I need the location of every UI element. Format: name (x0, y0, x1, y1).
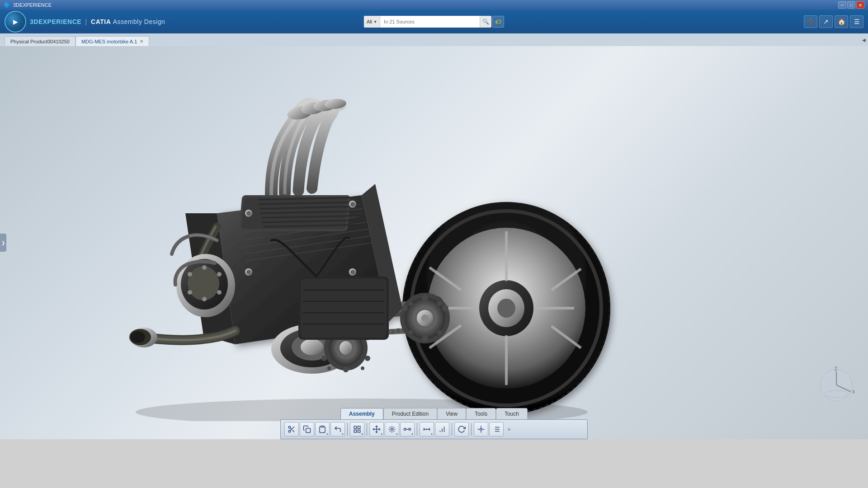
svg-point-48 (421, 314, 429, 322)
search-filter-dropdown[interactable]: All ▼ (364, 16, 380, 28)
snap-button[interactable] (350, 422, 364, 436)
add-button[interactable]: ➕ (804, 15, 817, 28)
svg-point-38 (422, 295, 428, 301)
copy-button[interactable] (300, 422, 314, 436)
svg-point-41 (442, 305, 448, 311)
svg-point-83 (188, 272, 192, 277)
svg-point-82 (188, 266, 219, 300)
svg-point-134 (409, 428, 411, 431)
tab-motorbike[interactable]: MDG-MES motorbike A.1 ✕ (75, 36, 149, 46)
compass-button[interactable] (5, 11, 26, 33)
svg-point-120 (288, 430, 291, 432)
toolbar-tabs: Assembly Product Edition View Tools Touc… (340, 408, 528, 419)
svg-point-69 (365, 356, 370, 361)
svg-point-44 (408, 330, 413, 335)
svg-point-45 (437, 330, 442, 335)
move-button[interactable] (369, 422, 384, 436)
svg-rect-129 (354, 430, 356, 432)
svg-point-73 (361, 366, 364, 370)
svg-point-106 (131, 331, 145, 343)
paste-button[interactable] (315, 422, 330, 436)
bottom-toolbar: Assembly Product Edition View Tools Touc… (0, 401, 868, 439)
svg-rect-125 (321, 426, 324, 427)
svg-point-114 (350, 270, 355, 274)
titlebar-right: ─ □ ✕ (838, 1, 864, 9)
tab-touch[interactable]: Touch (496, 408, 528, 419)
svg-rect-31 (391, 329, 395, 334)
svg-rect-124 (306, 428, 311, 433)
tab-product-edition[interactable]: Product Edition (383, 408, 437, 419)
toolbar-buttons: » (280, 419, 588, 439)
search-box: All ▼ 🔍 (364, 16, 491, 28)
analysis-button[interactable] (435, 422, 449, 436)
svg-point-39 (422, 335, 428, 342)
svg-point-143 (480, 428, 482, 431)
app-icon: 🔷 (4, 2, 10, 8)
bom-button[interactable] (489, 422, 504, 436)
tab-bar: Physical Product00410250 MDG-MES motorbi… (0, 33, 868, 46)
scissors-button[interactable] (284, 422, 299, 436)
settings-button[interactable]: ☰ (850, 15, 863, 28)
svg-rect-126 (354, 426, 356, 428)
svg-point-108 (246, 211, 251, 216)
update-button[interactable] (454, 422, 469, 436)
catia-label: CATIA (91, 18, 111, 25)
title-text: 3DEXPERIENCE (13, 2, 52, 8)
logo-area: 3DEXPERIENCE | CATIA Assembly Design (5, 11, 165, 33)
header: 3DEXPERIENCE | CATIA Assembly Design All… (0, 10, 868, 33)
svg-point-110 (350, 202, 355, 206)
module-label: Assembly Design (113, 18, 165, 25)
search-button[interactable]: 🔍 (480, 16, 491, 28)
toolbar-expand-button[interactable]: » (505, 422, 514, 436)
model-svg (45, 69, 633, 421)
svg-line-123 (290, 428, 292, 429)
svg-point-112 (246, 270, 251, 274)
svg-point-84 (217, 272, 222, 277)
x-axis-label: X (852, 389, 854, 394)
svg-point-6 (497, 299, 515, 318)
home-button[interactable]: 🏠 (835, 15, 848, 28)
tab-expand-button[interactable]: ◀ (862, 38, 866, 42)
svg-point-72 (327, 366, 331, 370)
svg-rect-128 (358, 430, 360, 432)
bookmark-button[interactable]: 🏷 (492, 16, 504, 28)
explode-button[interactable] (474, 422, 488, 436)
svg-point-43 (437, 301, 442, 306)
titlebar-left: 🔷 3DEXPERIENCE (4, 2, 52, 8)
left-panel-toggle[interactable]: ❯ (0, 234, 6, 252)
tab-tools[interactable]: Tools (466, 408, 496, 419)
z-axis-label: Z (835, 367, 837, 371)
tab-close-icon[interactable]: ✕ (140, 39, 143, 44)
measure-button[interactable] (420, 422, 434, 436)
connections-button[interactable] (400, 422, 415, 436)
tab-assembly[interactable]: Assembly (340, 408, 383, 419)
undo-button[interactable] (330, 422, 345, 436)
svg-point-42 (408, 301, 413, 306)
svg-point-75 (340, 341, 352, 355)
separator-2 (367, 423, 367, 436)
svg-point-119 (288, 426, 291, 428)
tab-view[interactable]: View (437, 408, 466, 419)
svg-point-65 (343, 367, 349, 372)
svg-point-85 (188, 290, 192, 295)
filter-arrow-icon: ▼ (373, 20, 377, 24)
axis-indicator: X Z (818, 367, 854, 403)
svg-point-87 (202, 265, 207, 270)
main-viewport: ❯ (0, 46, 868, 439)
svg-point-133 (404, 428, 406, 431)
svg-point-88 (202, 297, 207, 301)
svg-rect-32 (396, 328, 400, 333)
tab-physical-product[interactable]: Physical Product00410250 (5, 36, 75, 46)
search-input[interactable] (380, 16, 480, 28)
svg-point-68 (321, 356, 327, 361)
svg-rect-127 (358, 426, 360, 428)
minimize-button[interactable]: ─ (838, 1, 846, 9)
close-button[interactable]: ✕ (856, 1, 864, 9)
separator-4 (452, 423, 452, 436)
share-button[interactable]: ↗ (819, 15, 833, 28)
restore-button[interactable]: □ (847, 1, 855, 9)
model-container (45, 69, 633, 421)
svg-line-122 (292, 430, 294, 432)
svg-point-61 (301, 339, 323, 355)
constraints-button[interactable] (385, 422, 399, 436)
